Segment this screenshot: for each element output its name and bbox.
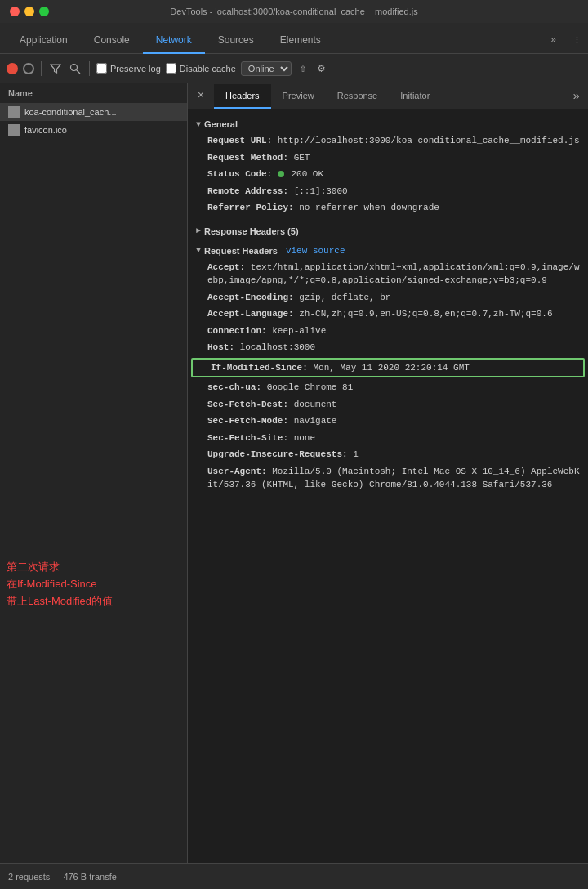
host-row: Host: localhost:3000 — [188, 339, 588, 356]
view-source-link[interactable]: view source — [286, 246, 345, 256]
file-list-header: Name — [0, 83, 187, 103]
accept-encoding-value: gzip, deflate, br — [299, 293, 390, 302]
file-item-1[interactable]: koa-conditional_cach... — [0, 103, 187, 121]
accept-encoding-row: Accept-Encoding: gzip, deflate, br — [188, 289, 588, 306]
general-arrow-icon: ▼ — [196, 120, 201, 129]
request-method-value: GET — [294, 153, 310, 163]
sec-ch-ua-row: sec-ch-ua: Google Chrome 81 — [188, 379, 588, 396]
preserve-log-checkbox-label[interactable]: Preserve log — [96, 63, 161, 74]
svg-line-1 — [77, 69, 81, 74]
remote-address-value: [::1]:3000 — [294, 186, 348, 196]
window-title: DevTools - localhost:3000/koa-conditiona… — [170, 7, 417, 16]
upload-icon[interactable]: ⇧ — [296, 60, 310, 77]
close-button[interactable] — [10, 7, 20, 16]
sec-fetch-dest-key: Sec-Fetch-Dest: — [207, 400, 288, 409]
tab-application[interactable]: Application — [7, 28, 81, 54]
minimize-button[interactable] — [24, 7, 34, 16]
general-section-header[interactable]: ▼ General — [188, 116, 588, 132]
request-headers-arrow-icon: ▼ — [196, 246, 201, 255]
status-green-indicator — [278, 171, 284, 177]
sec-fetch-site-key: Sec-Fetch-Site: — [207, 433, 288, 443]
request-url-row: Request URL: http://localhost:3000/koa-c… — [188, 132, 588, 150]
remote-address-key: Remote Address: — [207, 186, 288, 196]
accept-key: Accept: — [207, 262, 245, 272]
request-count: 2 requests — [8, 872, 50, 882]
devtools-options-button[interactable]: ⋮ — [566, 27, 588, 53]
host-value: localhost:3000 — [240, 342, 315, 352]
title-bar: DevTools - localhost:3000/koa-conditiona… — [0, 0, 588, 23]
request-method-row: Request Method: GET — [188, 150, 588, 167]
headers-content: ▼ General Request URL: http://localhost:… — [188, 109, 588, 863]
transfer-size: 476 B transfe — [63, 872, 116, 882]
response-headers-section-title: Response Headers (5) — [204, 226, 299, 236]
accept-language-value: zh-CN,zh;q=0.9,en-US;q=0.8,en;q=0.7,zh-T… — [299, 309, 552, 319]
sub-tab-preview[interactable]: Preview — [271, 84, 326, 109]
preserve-log-checkbox[interactable] — [96, 63, 107, 74]
tab-more-button[interactable]: » — [544, 27, 563, 53]
file-name-1: koa-conditional_cach... — [24, 107, 117, 117]
request-method-key: Request Method: — [207, 153, 288, 163]
response-headers-section-header[interactable]: ► Response Headers (5) — [188, 223, 588, 239]
sub-tab-initiator[interactable]: Initiator — [389, 84, 441, 109]
tab-sources[interactable]: Sources — [205, 28, 267, 54]
tab-elements[interactable]: Elements — [267, 28, 334, 54]
status-code-value: 200 OK — [291, 169, 323, 179]
disable-cache-checkbox-label[interactable]: Disable cache — [166, 63, 236, 74]
status-code-key: Status Code: — [207, 169, 272, 179]
record-button[interactable] — [7, 63, 18, 74]
request-url-key: Request URL: — [207, 136, 272, 145]
upgrade-insecure-row: Upgrade-Insecure-Requests: 1 — [188, 446, 588, 463]
request-headers-section-header[interactable]: ▼ Request Headers view source — [188, 243, 588, 259]
network-toolbar: Preserve log Disable cache Online ⇧ ⚙ — [0, 54, 588, 83]
upgrade-insecure-key: Upgrade-Insecure-Requests: — [207, 449, 348, 459]
close-panel-button[interactable]: × — [188, 83, 214, 109]
throttling-select[interactable]: Online — [241, 61, 292, 76]
file-item-2[interactable]: favicon.ico — [0, 121, 187, 139]
connection-row: Connection: keep-alive — [188, 323, 588, 340]
accept-value: text/html,application/xhtml+xml,applicat… — [207, 262, 580, 286]
sec-fetch-dest-value: document — [294, 400, 337, 409]
referrer-policy-key: Referrer Policy: — [207, 203, 294, 212]
svg-point-0 — [71, 64, 78, 70]
referrer-policy-value: no-referrer-when-downgrade — [299, 203, 439, 212]
sub-tab-more-button[interactable]: » — [565, 84, 588, 109]
search-icon[interactable] — [68, 61, 82, 76]
sec-fetch-mode-value: navigate — [294, 416, 337, 426]
sub-tab-headers[interactable]: Headers — [214, 84, 271, 109]
sec-fetch-dest-row: Sec-Fetch-Dest: document — [188, 396, 588, 413]
sec-fetch-mode-row: Sec-Fetch-Mode: navigate — [188, 413, 588, 430]
user-agent-key: User-Agent: — [207, 467, 267, 476]
referrer-policy-row: Referrer Policy: no-referrer-when-downgr… — [188, 199, 588, 217]
host-key: Host: — [207, 342, 234, 352]
settings-icon[interactable]: ⚙ — [314, 60, 327, 77]
sec-fetch-site-value: none — [294, 433, 315, 443]
if-modified-since-row: If-Modified-Since: Mon, May 11 2020 22:2… — [191, 358, 585, 378]
file-list-panel: Name koa-conditional_cach... favicon.ico — [0, 83, 188, 863]
sub-tab-response[interactable]: Response — [326, 84, 390, 109]
accept-encoding-key: Accept-Encoding: — [207, 293, 294, 302]
filter-icon[interactable] — [48, 61, 63, 76]
disable-cache-checkbox[interactable] — [166, 63, 176, 74]
remote-address-row: Remote Address: [::1]:3000 — [188, 183, 588, 200]
file-icon-1 — [8, 106, 20, 118]
tab-console[interactable]: Console — [81, 28, 143, 54]
if-modified-since-value: Mon, May 11 2020 22:20:14 GMT — [313, 363, 469, 373]
toolbar-separator-2 — [89, 61, 90, 76]
general-section-title: General — [204, 119, 238, 129]
accept-language-key: Accept-Language: — [207, 309, 294, 319]
if-modified-since-key: If-Modified-Since: — [211, 363, 308, 373]
tab-network[interactable]: Network — [143, 28, 205, 54]
response-headers-section: ► Response Headers (5) — [188, 223, 588, 239]
connection-value: keep-alive — [272, 326, 326, 336]
clear-button[interactable] — [23, 63, 34, 74]
status-bar: 2 requests 476 B transfe — [0, 863, 588, 889]
request-headers-section-title: Request Headers — [204, 246, 278, 256]
traffic-lights — [10, 7, 49, 16]
sub-tab-bar: × Headers Preview Response Initiator » — [188, 83, 588, 109]
request-url-value: http://localhost:3000/koa-conditional_ca… — [278, 136, 580, 145]
maximize-button[interactable] — [39, 7, 49, 16]
upgrade-insecure-value: 1 — [353, 449, 359, 459]
response-headers-arrow-icon: ► — [196, 226, 201, 235]
sec-ch-ua-key: sec-ch-ua: — [207, 382, 261, 392]
sec-fetch-site-row: Sec-Fetch-Site: none — [188, 430, 588, 447]
